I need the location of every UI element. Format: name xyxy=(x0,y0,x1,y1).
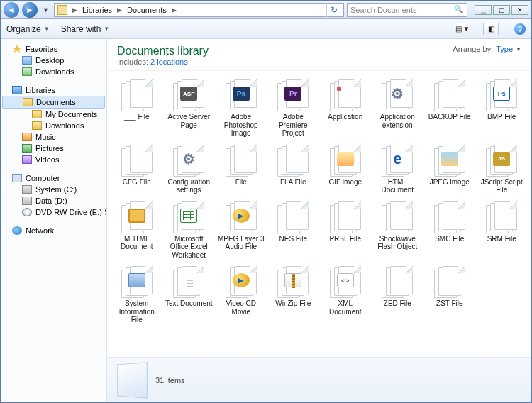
file-item[interactable]: Shockwave Flash Object xyxy=(372,200,423,261)
nav-downloads[interactable]: Downloads xyxy=(2,66,105,77)
nav-my-documents[interactable]: My Documents xyxy=(2,109,105,120)
file-label: Active Server Page xyxy=(165,113,213,129)
navigation-pane: Favorites Desktop Downloads Libraries Do… xyxy=(1,39,107,402)
nav-drive-c[interactable]: System (C:) xyxy=(2,184,105,195)
file-item[interactable]: SMC File xyxy=(424,200,475,261)
nav-network[interactable]: Network xyxy=(2,225,105,236)
file-icon: JS xyxy=(486,145,517,176)
mp3-badge-icon xyxy=(233,209,250,223)
file-item[interactable]: JSJScript Script File xyxy=(477,143,528,196)
forward-button[interactable]: ► xyxy=(22,2,38,18)
file-item[interactable]: SRM File xyxy=(477,200,528,261)
search-box[interactable]: Search Documents 🔍 xyxy=(347,3,467,17)
history-dropdown[interactable]: ▼ xyxy=(40,6,51,13)
file-item[interactable]: Text Document xyxy=(164,265,215,326)
file-label: CFG File xyxy=(123,178,151,187)
share-with-menu[interactable]: Share with▼ xyxy=(61,24,110,34)
file-label: XML Document xyxy=(321,299,370,316)
search-icon: 🔍 xyxy=(454,5,464,14)
chevron-icon[interactable]: ▶ xyxy=(70,6,79,13)
network-icon xyxy=(12,226,22,235)
library-title: Documents library xyxy=(117,45,209,57)
file-label: Adobe Photoshop Image xyxy=(217,113,265,138)
folder-icon xyxy=(32,110,42,118)
nav-videos[interactable]: Videos xyxy=(2,154,105,165)
explorer-window: ◄ ► ▼ ▶ Libraries ▶ Documents ▶ ↻ Search… xyxy=(0,0,532,403)
file-icon xyxy=(434,266,465,297)
file-icon xyxy=(226,145,257,176)
txt-badge-icon xyxy=(180,273,197,287)
file-icon xyxy=(121,79,153,111)
file-item[interactable]: ASPActive Server Page xyxy=(164,78,215,139)
file-item[interactable]: System Information File xyxy=(111,265,162,326)
back-button[interactable]: ◄ xyxy=(4,2,19,18)
file-item[interactable]: MHTML Document xyxy=(111,200,162,261)
disc-icon xyxy=(22,208,32,216)
file-item[interactable]: GIF image xyxy=(320,143,371,196)
includes-link[interactable]: 2 locations xyxy=(150,57,188,66)
file-icon xyxy=(486,202,517,233)
file-label: FLA File xyxy=(280,178,306,187)
arrange-value[interactable]: Type xyxy=(496,45,513,53)
file-item[interactable]: NES File xyxy=(268,200,319,261)
file-item[interactable]: ZED File xyxy=(372,265,423,326)
nav-lib-downloads[interactable]: Downloads xyxy=(2,120,105,131)
body: Favorites Desktop Downloads Libraries Do… xyxy=(1,39,531,402)
chevron-icon[interactable]: ▶ xyxy=(170,6,179,13)
bmp-badge-icon: Ps xyxy=(493,87,510,101)
breadcrumb-libraries[interactable]: Libraries xyxy=(82,6,112,14)
organize-menu[interactable]: Organize▼ xyxy=(6,24,50,34)
file-icon xyxy=(121,145,153,176)
file-item[interactable]: eHTML Document xyxy=(372,143,423,196)
file-item[interactable]: PsAdobe Photoshop Image xyxy=(216,78,267,139)
nav-desktop[interactable]: Desktop xyxy=(2,55,105,66)
change-view-button[interactable]: ▤ ▼ xyxy=(455,23,470,35)
computer-icon xyxy=(12,174,22,182)
file-item[interactable]: FLA File xyxy=(268,143,319,196)
preview-pane-button[interactable]: ◧ xyxy=(483,23,499,35)
file-item[interactable]: < >XML Document xyxy=(320,265,371,326)
file-item[interactable]: Application xyxy=(320,78,371,139)
nav-drive-e[interactable]: DVD RW Drive (E:) Sof xyxy=(2,206,105,218)
file-item[interactable]: Microsoft Office Excel Worksheet xyxy=(164,200,215,261)
library-header: Documents library Includes: 2 locations … xyxy=(107,39,531,71)
nav-drive-d[interactable]: Data (D:) xyxy=(2,195,105,206)
file-item[interactable]: PRSL File xyxy=(320,200,371,261)
drive-icon xyxy=(22,197,32,205)
file-item[interactable]: CFG File xyxy=(111,143,162,196)
file-item[interactable]: WinZip File xyxy=(268,265,319,326)
file-item[interactable]: Video CD Movie xyxy=(216,265,267,326)
arrange-by[interactable]: Arrange by: Type ▼ xyxy=(453,45,521,53)
maximize-button[interactable]: ▢ xyxy=(493,5,510,15)
minimize-button[interactable]: ▁ xyxy=(475,5,492,15)
file-item[interactable]: MPEG Layer 3 Audio File xyxy=(216,200,267,261)
music-icon xyxy=(22,133,32,141)
nav-favorites[interactable]: Favorites xyxy=(2,43,105,55)
file-label: HTML Document xyxy=(373,178,421,194)
downloads-icon xyxy=(22,67,32,76)
file-item[interactable]: File xyxy=(216,143,267,196)
nav-computer[interactable]: Computer xyxy=(2,172,105,184)
help-button[interactable]: ? xyxy=(514,23,526,35)
breadcrumb-documents[interactable]: Documents xyxy=(127,6,167,14)
refresh-button[interactable]: ↻ xyxy=(326,3,340,17)
close-button[interactable]: ✕ xyxy=(511,5,528,15)
file-item[interactable]: ZST File xyxy=(424,265,475,326)
file-item[interactable]: PsBMP File xyxy=(477,78,528,139)
file-icon: ASP xyxy=(173,79,204,111)
nav-music[interactable]: Music xyxy=(2,131,105,143)
file-item[interactable]: ⚙Application extension xyxy=(372,78,423,139)
file-item[interactable]: PrAdobe Premiere Project xyxy=(268,78,319,139)
address-bar[interactable]: ▶ Libraries ▶ Documents ▶ ↻ xyxy=(54,3,344,17)
chevron-icon[interactable]: ▶ xyxy=(115,6,124,13)
file-item[interactable]: ⚙Configuration settings xyxy=(164,143,215,196)
file-item[interactable]: BACKUP File xyxy=(424,78,475,139)
nav-documents[interactable]: Documents xyxy=(2,96,105,109)
details-pane: 31 items xyxy=(107,357,531,402)
file-item[interactable]: JPEG image xyxy=(424,143,475,196)
file-label: GIF image xyxy=(328,178,362,187)
file-item[interactable]: ___ File xyxy=(111,78,162,139)
nav-libraries[interactable]: Libraries xyxy=(2,84,105,96)
file-label: MHTML Document xyxy=(113,235,161,251)
nav-pictures[interactable]: Pictures xyxy=(2,143,105,154)
